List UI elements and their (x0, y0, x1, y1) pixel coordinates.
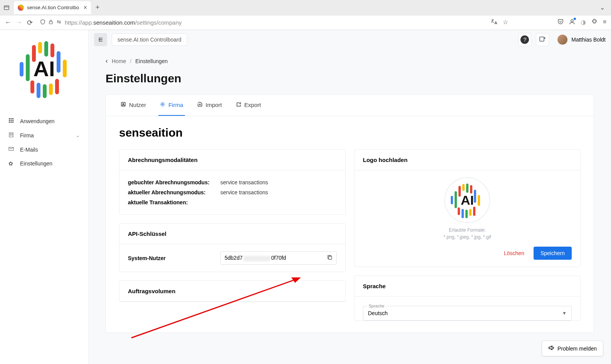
url-bar[interactable]: https://app.senseaition.com/settings/com… (37, 19, 487, 26)
upload-hint: Erlaubte Formate: *.png, *.jpeg, *.jpg, … (443, 227, 491, 240)
tab-label: Import (206, 102, 222, 108)
report-label: Problem melden (557, 346, 597, 352)
sidebar-item-label: E-Mails (20, 147, 38, 153)
language-select[interactable]: Sprache Deutsch ▼ (363, 306, 572, 321)
logo-text: AI (34, 56, 55, 81)
account-icon[interactable] (569, 18, 575, 27)
main-content: sense.AI.tion Controlboard ? Matthias Bo… (89, 30, 611, 364)
topbar: sense.AI.tion Controlboard ? Matthias Bo… (89, 30, 611, 49)
svg-rect-15 (11, 122, 12, 123)
panel-title: Auftragsvolumen (119, 281, 345, 302)
tab-list-dropdown-icon[interactable]: ⌄ (597, 4, 608, 11)
tab-firma[interactable]: Firma (158, 95, 185, 116)
svg-point-31 (162, 104, 163, 105)
panel-title: API-Schlüssel (119, 224, 345, 244)
lock-icon[interactable] (49, 19, 53, 26)
browser-tab[interactable]: sense.AI.tion Controlbo × (14, 1, 91, 14)
svg-rect-26 (540, 37, 544, 41)
sidebar-item-firma[interactable]: Firma ⌄ (0, 128, 88, 142)
billing-row: gebuchter Abrechnungsmodus: service tran… (128, 177, 337, 187)
app-logo[interactable]: AI (0, 30, 88, 107)
language-value: Deutsch (368, 310, 388, 316)
panel-title: Logo hochladen (354, 150, 580, 170)
shield-icon[interactable] (40, 19, 45, 26)
close-tab-icon[interactable]: × (84, 4, 87, 11)
api-key-value: 5db2d70f70fd (225, 255, 327, 261)
sidebar-item-emails[interactable]: E-Mails (0, 142, 88, 157)
add-widget-button[interactable] (536, 33, 549, 46)
svg-rect-13 (12, 120, 13, 121)
svg-rect-32 (329, 256, 332, 259)
gear-icon (160, 102, 165, 108)
bookmark-icon[interactable]: ☆ (503, 18, 508, 27)
api-key-field[interactable]: 5db2d70f70fd (220, 251, 337, 265)
forward-button: → (15, 18, 22, 27)
svg-rect-0 (4, 6, 9, 10)
svg-point-3 (57, 21, 58, 22)
new-tab-button[interactable]: + (96, 3, 100, 12)
save-logo-button[interactable]: Speichern (534, 247, 572, 260)
delete-logo-button[interactable]: Löschen (499, 247, 530, 260)
tab-nutzer[interactable]: Nutzer (119, 95, 148, 116)
logo-upload-dropzone[interactable]: AI (445, 177, 490, 223)
svg-rect-17 (9, 133, 13, 137)
svg-rect-19 (12, 134, 12, 134)
import-icon (197, 102, 203, 108)
translate-icon[interactable] (490, 18, 497, 27)
sidebar-item-einstellungen[interactable]: ✿ Einstellungen (0, 157, 88, 170)
billing-row: aktueller Abrechnungsmodus: service tran… (128, 187, 337, 197)
svg-rect-18 (10, 134, 11, 134)
grid-icon (8, 118, 15, 124)
url-text: https://app.senseaition.com/settings/com… (65, 19, 182, 26)
chevron-down-icon: ⌄ (76, 133, 80, 138)
company-name: senseaition (106, 116, 594, 149)
tab-title: sense.AI.tion Controlbo (27, 5, 79, 10)
copy-icon[interactable] (327, 255, 332, 261)
menu-icon[interactable]: ≡ (603, 18, 606, 27)
report-problem-button[interactable]: Problem melden (542, 341, 603, 356)
panel-title: Abrechnungsmodalitäten (119, 150, 345, 170)
logo-upload-panel: Logo hochladen (354, 149, 581, 267)
recent-tabs-icon[interactable] (3, 4, 10, 11)
svg-rect-10 (12, 118, 13, 119)
tab-export[interactable]: Export (234, 95, 262, 116)
svg-rect-14 (9, 122, 10, 123)
user-menu[interactable]: Matthias Boldt (557, 35, 606, 45)
user-icon (121, 102, 126, 108)
permissions-icon[interactable] (56, 19, 62, 26)
sidebar-item-label: Anwendungen (20, 118, 55, 124)
help-icon: ? (520, 35, 529, 44)
billing-row: aktuelle Transaktionen: (128, 197, 337, 207)
user-name: Matthias Boldt (571, 37, 606, 43)
tab-import[interactable]: Import (196, 95, 224, 116)
tab-label: Firma (168, 102, 183, 108)
breadcrumb-back-icon[interactable]: ‹ (106, 57, 108, 65)
billing-panel: Abrechnungsmodalitäten gebuchter Abrechn… (119, 149, 346, 215)
sidebar-item-anwendungen[interactable]: Anwendungen (0, 114, 88, 128)
avatar (557, 35, 567, 45)
svg-rect-21 (12, 135, 12, 135)
panel-title: Sprache (354, 276, 580, 297)
svg-rect-20 (10, 135, 11, 135)
collapse-sidebar-button[interactable] (94, 33, 107, 46)
back-button[interactable]: ← (5, 18, 12, 27)
svg-rect-9 (11, 118, 12, 119)
breadcrumb-home[interactable]: Home (112, 58, 126, 64)
breadcrumb-current: Einstellungen (135, 58, 168, 64)
settings-card: Nutzer Firma Import (106, 94, 594, 333)
browser-tab-strip: sense.AI.tion Controlbo × + ⌄ (0, 0, 611, 15)
breadcrumb-separator: / (130, 58, 131, 64)
chevron-down-icon: ▼ (562, 311, 567, 316)
pocket-icon[interactable] (557, 18, 564, 27)
sidebar: AI Anwendungen Firma ⌄ E-Mail (0, 30, 89, 364)
svg-rect-2 (49, 22, 52, 24)
api-label: System-Nutzer (128, 255, 220, 261)
api-key-panel: API-Schlüssel System-Nutzer 5db2d70f70fd (119, 223, 346, 272)
help-button[interactable]: ? (518, 33, 531, 46)
reload-button[interactable]: ⟳ (26, 18, 33, 27)
extensions-icon[interactable] (591, 18, 598, 27)
export-icon (236, 102, 241, 108)
extension1-icon[interactable]: ◑ (581, 18, 586, 27)
svg-rect-8 (9, 118, 10, 119)
sidebar-item-label: Firma (20, 132, 34, 139)
